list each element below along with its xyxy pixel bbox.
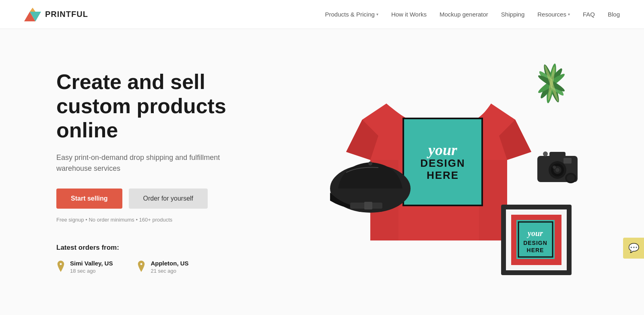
design-middle-text: DESIGN xyxy=(420,158,465,169)
hero-section: Create and sell custom products online E… xyxy=(0,29,644,315)
printful-logo-icon xyxy=(24,8,41,21)
latest-orders: Latest orders from: Simi Valley, US 18 s… xyxy=(56,244,282,274)
header: PRINTFUL Products & Pricing ▾ How it Wor… xyxy=(0,0,644,29)
order-time: 18 sec ago xyxy=(70,268,113,274)
nav-item-resources[interactable]: Resources ▾ xyxy=(537,11,570,18)
nav-item-faq[interactable]: FAQ xyxy=(583,11,595,18)
nav-item-products-pricing[interactable]: Products & Pricing ▾ xyxy=(325,11,378,18)
hero-image: your DESIGN HERE xyxy=(282,55,620,289)
hero-buttons: Start selling Order for yourself xyxy=(56,189,282,209)
design-your-text: your xyxy=(428,142,457,158)
design-here-text: HERE xyxy=(427,169,459,182)
camera-image xyxy=(535,148,580,186)
order-item: Appleton, US 21 sec ago xyxy=(137,260,188,274)
order-item: Simi Valley, US 18 sec ago xyxy=(56,260,113,274)
design-label-box: your DESIGN HERE xyxy=(402,118,483,206)
order-city: Appleton, US xyxy=(151,260,188,267)
nav-item-shipping[interactable]: Shipping xyxy=(501,11,524,18)
order-city: Simi Valley, US xyxy=(70,260,113,267)
logo[interactable]: PRINTFUL xyxy=(24,8,88,21)
nav-item-how-it-works[interactable]: How it Works xyxy=(391,11,427,18)
chat-widget[interactable]: 💬 xyxy=(623,238,644,259)
svg-point-19 xyxy=(555,168,559,172)
hero-footnote: Free signup • No order minimums • 160+ p… xyxy=(56,217,282,223)
nav-item-mockup-generator[interactable]: Mockup generator xyxy=(440,11,488,18)
svg-point-23 xyxy=(553,166,556,169)
svg-text:your: your xyxy=(527,229,543,238)
svg-marker-2 xyxy=(30,8,35,12)
product-mockup: your DESIGN HERE xyxy=(314,59,588,285)
hero-subtitle: Easy print-on-demand drop shipping and f… xyxy=(56,152,225,174)
chat-icon: 💬 xyxy=(628,243,639,253)
svg-rect-20 xyxy=(549,152,566,158)
svg-text:DESIGN: DESIGN xyxy=(523,240,547,246)
logo-text: PRINTFUL xyxy=(45,10,88,19)
svg-point-12 xyxy=(368,162,372,166)
hero-title: Create and sell custom products online xyxy=(56,70,282,142)
plant-decoration xyxy=(527,51,576,105)
nav-item-blog[interactable]: Blog xyxy=(608,11,620,18)
svg-point-25 xyxy=(567,174,575,182)
hero-content: Create and sell custom products online E… xyxy=(56,70,282,274)
svg-point-22 xyxy=(543,151,548,156)
chevron-down-icon: ▾ xyxy=(376,12,378,17)
location-pin-icon xyxy=(56,261,65,272)
svg-rect-21 xyxy=(564,158,572,164)
main-nav: Products & Pricing ▾ How it Works Mockup… xyxy=(325,11,620,18)
svg-rect-14 xyxy=(364,202,372,209)
start-selling-button[interactable]: Start selling xyxy=(56,189,122,209)
chevron-down-icon: ▾ xyxy=(568,12,570,17)
framed-print-image: your DESIGN HERE xyxy=(501,205,572,277)
orders-list: Simi Valley, US 18 sec ago Appleton, US … xyxy=(56,260,282,274)
location-pin-icon xyxy=(137,261,146,272)
svg-text:HERE: HERE xyxy=(527,247,544,253)
latest-orders-title: Latest orders from: xyxy=(56,244,282,252)
order-time: 21 sec ago xyxy=(151,268,188,274)
cap-image xyxy=(326,156,415,222)
order-for-yourself-button[interactable]: Order for yourself xyxy=(129,189,208,209)
